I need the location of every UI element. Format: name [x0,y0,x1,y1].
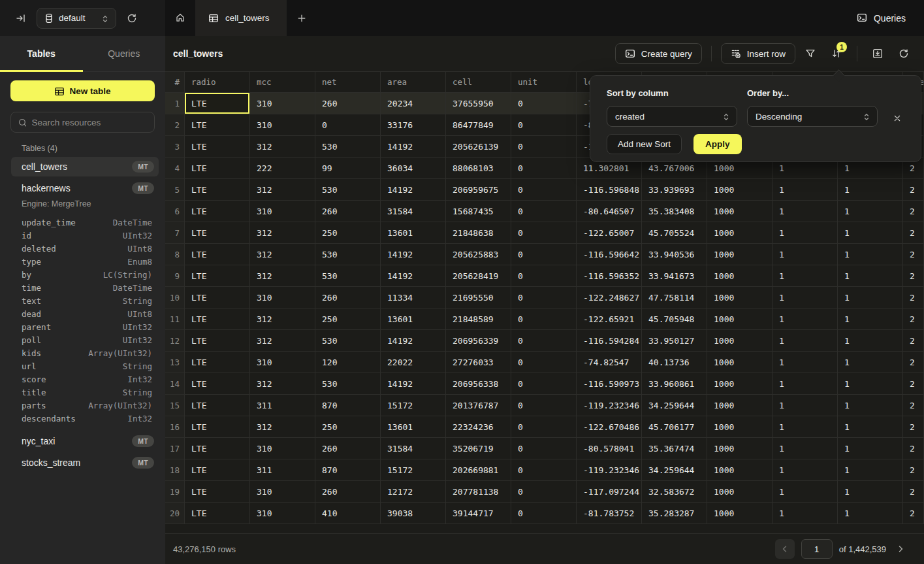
cell[interactable]: 14192 [381,265,446,286]
cell[interactable]: 1 [838,265,903,286]
database-selector[interactable]: default [37,8,116,29]
sidebar-item-hackernews[interactable]: hackernews MT [11,178,159,198]
cell[interactable]: 1 [838,438,903,459]
cell[interactable]: 1 [838,244,903,265]
cell[interactable]: 0 [511,114,577,135]
cell[interactable]: 0 [511,244,577,265]
cell[interactable]: 14192 [381,179,446,200]
row-number[interactable]: 16 [165,416,185,437]
cell[interactable]: 1000 [707,201,773,222]
collapse-sidebar-button[interactable] [12,9,30,27]
cell[interactable]: 0 [511,93,577,114]
cell[interactable]: 15172 [381,395,446,416]
cell[interactable]: 205626139 [446,136,511,157]
cell[interactable]: -122.65007 [577,222,642,243]
row-number[interactable]: 5 [165,179,185,200]
cell[interactable]: -80.646507 [577,201,642,222]
cell[interactable]: 0 [511,503,577,523]
next-page-button[interactable] [893,539,908,559]
row-number[interactable]: 2 [165,114,185,135]
cell[interactable]: 27276033 [446,352,511,373]
cell[interactable]: 40.13736 [642,352,707,373]
cell[interactable]: 1 [838,395,903,416]
cell[interactable]: LTE [185,373,250,394]
cell[interactable]: 13601 [381,416,446,437]
cell[interactable]: 0 [511,481,577,502]
cell[interactable]: -116.594284 [577,330,642,351]
cell[interactable]: 1000 [707,503,773,523]
cell[interactable]: 2 [903,201,924,222]
cell[interactable]: 312 [250,330,315,351]
cell[interactable]: 86477849 [446,114,511,135]
cell[interactable]: 1000 [707,265,773,286]
cell[interactable]: 47.758114 [642,287,707,308]
insert-row-button[interactable]: Insert row [721,43,795,64]
cell[interactable]: 1 [773,201,838,222]
cell[interactable]: LTE [185,93,250,114]
cell[interactable]: 310 [250,352,315,373]
row-number[interactable]: 10 [165,287,185,308]
cell[interactable]: 11334 [381,287,446,308]
cell[interactable]: 32.583672 [642,481,707,502]
sort-order-select[interactable]: Descending [747,106,878,127]
cell[interactable]: 45.705948 [642,308,707,329]
refresh-tables-button[interactable] [123,9,141,27]
cell[interactable]: 0 [511,222,577,243]
remove-sort-button[interactable] [889,110,904,125]
cell[interactable]: 310 [250,114,315,135]
cell[interactable]: 1 [773,438,838,459]
cell[interactable]: LTE [185,416,250,437]
sidebar-item-cell-towers[interactable]: cell_towers MT [11,157,159,176]
cell[interactable]: 33.940536 [642,244,707,265]
cell[interactable]: 1 [773,222,838,243]
cell[interactable]: 1000 [707,395,773,416]
cell[interactable]: 310 [250,201,315,222]
cell[interactable]: 206959675 [446,179,511,200]
cell[interactable]: 1 [838,308,903,329]
cell[interactable]: 35206719 [446,438,511,459]
cell[interactable]: 1 [773,287,838,308]
cell[interactable]: -119.232346 [577,395,642,416]
cell[interactable]: 207781138 [446,481,511,502]
cell[interactable]: 0 [511,287,577,308]
cell[interactable]: LTE [185,438,250,459]
row-number[interactable]: 1 [165,93,185,114]
cell[interactable]: 2 [903,438,924,459]
cell[interactable]: 0 [511,136,577,157]
cell[interactable]: 35.283287 [642,503,707,523]
cell[interactable]: 1 [773,265,838,286]
cell[interactable]: 12172 [381,481,446,502]
cell[interactable]: 13601 [381,222,446,243]
tab-cell-towers[interactable]: cell_towers [195,0,287,36]
cell[interactable]: 33.960861 [642,373,707,394]
create-query-button[interactable]: Create query [615,43,702,64]
apply-sort-button[interactable]: Apply [693,134,742,154]
cell[interactable]: 1 [773,503,838,523]
cell[interactable]: 312 [250,179,315,200]
cell[interactable]: 21848638 [446,222,511,243]
cell[interactable]: 34.259644 [642,459,707,480]
cell[interactable]: 1 [838,459,903,480]
cell[interactable]: 1000 [707,416,773,437]
cell[interactable]: 33176 [381,114,446,135]
cell[interactable]: LTE [185,481,250,502]
search-input[interactable] [31,118,148,127]
cell[interactable]: 2 [903,352,924,373]
cell[interactable]: 1 [838,287,903,308]
cell[interactable]: 530 [315,265,381,286]
cell[interactable]: 312 [250,373,315,394]
cell[interactable]: 2 [903,373,924,394]
cell[interactable]: 250 [315,416,381,437]
cell[interactable]: 260 [315,201,381,222]
cell[interactable]: 0 [511,158,577,178]
row-number[interactable]: 7 [165,222,185,243]
cell[interactable]: 14192 [381,330,446,351]
cell[interactable]: 2 [903,416,924,437]
cell[interactable]: 2 [903,287,924,308]
cell[interactable]: 0 [511,352,577,373]
cell[interactable]: 22022 [381,352,446,373]
row-number[interactable]: 6 [165,201,185,222]
cell[interactable]: 206956338 [446,373,511,394]
column-header-rownum[interactable]: # [165,72,185,92]
cell[interactable]: 35.367474 [642,438,707,459]
